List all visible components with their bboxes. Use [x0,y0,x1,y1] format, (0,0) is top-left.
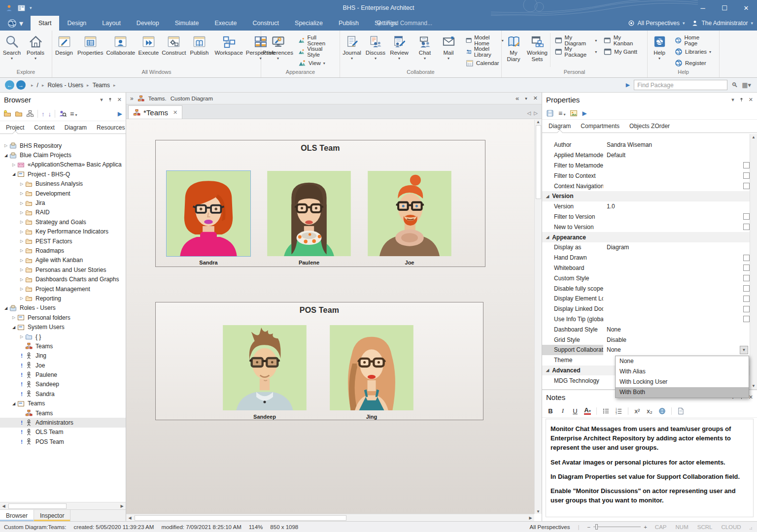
tree-expand-icon[interactable] [18,420,25,426]
expand-toolbar-icon[interactable]: ▶ [118,110,122,117]
tree-expand-icon[interactable] [18,353,25,359]
ribbon-button[interactable]: Review▾ [387,32,411,69]
tree-item[interactable]: OLS Team [0,428,126,437]
tree-item[interactable]: Business Analysis [0,179,126,189]
tree-expand-icon[interactable] [18,220,25,224]
team-member-actor[interactable]: Paulene [267,171,351,266]
ribbon-tab[interactable]: Design [59,16,94,31]
tree-item[interactable]: Project Management [0,284,126,294]
property-row[interactable]: ◢Support Collaboration None ▼ [542,345,750,355]
move-down-icon[interactable]: ↓ [48,110,52,118]
status-perspectives[interactable]: All Perspectives [530,524,570,530]
tree-expand-icon[interactable] [18,391,25,397]
ribbon-button[interactable]: Preferences▾ [261,32,295,69]
property-row[interactable]: ◢Hand Drawn ▼ [542,253,750,263]
font-color-button[interactable]: A▾ [584,407,591,415]
numbered-list-icon[interactable] [615,407,622,415]
properties-tab[interactable]: Diagram [544,120,575,133]
italic-button[interactable]: I [559,407,566,415]
tree-item[interactable]: Paulene [0,370,126,379]
folder-icon[interactable] [15,110,23,118]
pin-icon[interactable] [739,97,744,103]
property-row[interactable]: ◢New to Version ▼ [542,222,750,232]
browser-tab[interactable]: Diagram [61,121,91,133]
breadcrumb-item[interactable]: ▸Roles - Users [38,82,83,89]
search-icon[interactable]: 🔍︎ [731,81,738,89]
property-row[interactable]: ◢Display Element Lock... ▼ [542,294,750,304]
bullet-list-icon[interactable] [602,407,610,415]
property-row[interactable]: ◢Display Linked Docu... ▼ [542,304,750,314]
tree-expand-icon[interactable] [18,191,25,196]
diagram-tab[interactable]: *Teams ✕ [128,105,182,119]
panel-menu-caret-icon[interactable]: ▾ [731,97,734,103]
maximize-button[interactable]: ☐ [714,0,735,16]
section-collapse-icon[interactable]: ◢ [546,368,549,372]
property-row[interactable]: ◢Context Navigation ▼ [542,181,750,191]
tree-item[interactable]: { } [0,332,126,341]
tree-expand-icon[interactable] [18,439,25,445]
diagram-horizontal-scrollbar[interactable]: ◀▶ [126,514,534,521]
tree-expand-icon[interactable] [10,401,17,406]
close-panel-icon[interactable]: ✕ [749,394,753,400]
tree-item[interactable]: Strategy and Goals [0,217,126,227]
tree-item[interactable]: Personal folders [0,313,126,322]
header-caret-icon[interactable]: ▾ [525,96,527,101]
bold-button[interactable]: B [547,407,554,415]
ribbon-button[interactable]: Chat▾ [413,32,437,69]
tree-expand-icon[interactable] [18,429,25,435]
ribbon-button[interactable]: Discuss▾ [364,32,387,69]
tree-item[interactable]: Administrators [0,418,126,427]
property-checkbox[interactable] [743,162,750,168]
section-collapse-icon[interactable]: ◢ [546,194,549,199]
ribbon-small-button[interactable]: Model Library▾ [462,47,507,57]
tree-item[interactable]: Jira [0,198,126,207]
breadcrumb-item[interactable]: ▸Teams [83,82,110,89]
property-checkbox[interactable] [743,285,750,292]
dropdown-option[interactable]: With Locking User [616,377,749,387]
ribbon-small-button[interactable]: Libraries▾ [671,47,719,57]
back-button[interactable]: ← [5,80,14,90]
tree-item[interactable]: Roles - Users [0,303,126,313]
property-row[interactable]: ◢Dashboard Style None ▼ [542,324,750,334]
property-row[interactable]: ◢Display as Diagram ▼ [542,242,750,253]
property-row[interactable]: ◢Filter to Metamodel ▼ [542,161,750,171]
notes-text-area[interactable]: Monitor Chat Messages from users and tea… [546,419,754,517]
tree-item[interactable]: RAID [0,208,126,217]
new-package-icon[interactable] [3,110,11,118]
properties-scrollbar[interactable]: ▲▼ [750,134,757,389]
panel-expand-icon[interactable]: ▶ [626,82,630,88]
perspectives-selector[interactable]: All Perspectives [638,20,680,27]
team-member-actor[interactable]: Jing [330,325,413,420]
ribbon-small-button[interactable]: Full Screen▾ [295,35,340,45]
property-row[interactable]: ◢Whiteboard ▼ [542,263,750,273]
hamburger-menu-icon[interactable]: ≡ ▾ [70,110,77,118]
diagram-canvas[interactable]: OLS Team Sandra Paulene Joe POS Team [126,120,534,514]
dropdown-option[interactable]: With Both [616,387,749,398]
ribbon-button[interactable]: Working Sets▾ [525,32,549,69]
collapse-icon[interactable]: « [516,95,519,102]
ribbon-small-button[interactable]: My Kanban▾ [600,35,647,45]
ribbon-tab[interactable]: Specialize [287,16,331,31]
tree-item[interactable]: Key Performance Indicators [0,227,126,236]
grid-view-icon[interactable]: ▦▾ [742,81,751,89]
property-checkbox[interactable] [743,306,750,312]
subscript-button[interactable]: x₂ [646,407,653,415]
property-row[interactable]: ◢Version ▼ [542,191,750,201]
tree-expand-icon[interactable] [18,201,25,205]
underline-button[interactable]: U [572,407,579,415]
property-checkbox[interactable] [743,213,750,220]
tree-expand-icon[interactable] [18,230,25,234]
property-row[interactable]: ◢Filter to Version ▼ [542,212,750,222]
tree-expand-icon[interactable] [18,296,25,300]
close-panel-icon[interactable]: ✕ [117,97,122,103]
tree-item[interactable]: Project - BHS-Q [0,169,126,179]
new-diagram-icon[interactable] [26,110,34,118]
tree-expand-icon[interactable] [10,163,17,167]
property-row[interactable]: ◢Appearance ▼ [542,232,750,242]
dropdown-option[interactable]: With Alias [616,366,749,377]
find-person-icon[interactable] [59,110,67,118]
minimize-button[interactable]: ─ [692,0,714,16]
tree-item[interactable]: «ApplicationSchema» Basic Applica [0,160,126,169]
image-icon[interactable] [570,109,578,117]
tree-item[interactable]: Joe [0,361,126,370]
